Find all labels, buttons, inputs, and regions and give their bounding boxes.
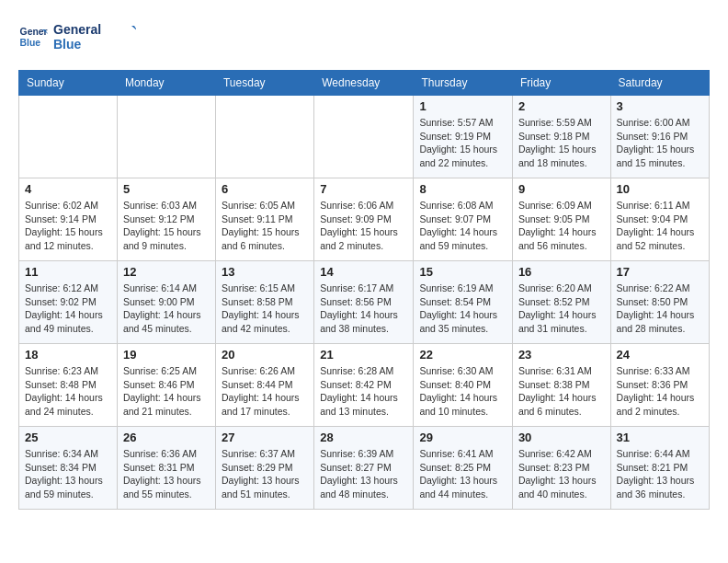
cell-content: Sunrise: 6:39 AM Sunset: 8:27 PM Dayligh… — [320, 447, 407, 501]
calendar-cell: 14 Sunrise: 6:17 AM Sunset: 8:56 PM Dayl… — [314, 261, 414, 344]
svg-text:General: General — [20, 27, 48, 37]
calendar-cell: 12 Sunrise: 6:14 AM Sunset: 9:00 PM Dayl… — [117, 261, 215, 344]
calendar-cell: 7 Sunrise: 6:06 AM Sunset: 9:09 PM Dayli… — [314, 178, 414, 261]
calendar-cell: 19 Sunrise: 6:25 AM Sunset: 8:46 PM Dayl… — [117, 344, 215, 427]
logo-svg: General Blue — [53, 18, 136, 55]
calendar-cell: 8 Sunrise: 6:08 AM Sunset: 9:07 PM Dayli… — [414, 178, 512, 261]
calendar-cell: 2 Sunrise: 5:59 AM Sunset: 9:18 PM Dayli… — [512, 96, 610, 178]
calendar-cell: 25 Sunrise: 6:34 AM Sunset: 8:34 PM Dayl… — [19, 427, 118, 510]
cell-content: Sunrise: 6:34 AM Sunset: 8:34 PM Dayligh… — [25, 447, 111, 501]
svg-marker-5 — [131, 26, 136, 31]
cell-content: Sunrise: 6:30 AM Sunset: 8:40 PM Dayligh… — [419, 364, 506, 419]
calendar-week-row: 4 Sunrise: 6:02 AM Sunset: 9:14 PM Dayli… — [19, 178, 710, 261]
day-number: 4 — [25, 182, 111, 196]
calendar-cell: 6 Sunrise: 6:05 AM Sunset: 9:11 PM Dayli… — [215, 178, 313, 261]
day-number: 2 — [518, 99, 605, 113]
day-number: 12 — [123, 265, 210, 279]
cell-content: Sunrise: 6:37 AM Sunset: 8:29 PM Dayligh… — [222, 447, 308, 501]
calendar-cell: 9 Sunrise: 6:09 AM Sunset: 9:05 PM Dayli… — [512, 178, 610, 261]
calendar-cell — [117, 96, 215, 178]
svg-text:General: General — [53, 22, 101, 37]
weekday-header: Sunday — [19, 71, 118, 96]
calendar-cell — [215, 96, 313, 178]
cell-content: Sunrise: 6:26 AM Sunset: 8:44 PM Dayligh… — [222, 364, 308, 419]
calendar-cell: 3 Sunrise: 6:00 AM Sunset: 9:16 PM Dayli… — [610, 96, 709, 178]
day-number: 14 — [320, 265, 407, 279]
day-number: 22 — [419, 348, 506, 362]
weekday-header: Saturday — [610, 71, 709, 96]
calendar-cell: 4 Sunrise: 6:02 AM Sunset: 9:14 PM Dayli… — [19, 178, 118, 261]
day-number: 31 — [617, 431, 703, 444]
calendar-cell: 16 Sunrise: 6:20 AM Sunset: 8:52 PM Dayl… — [512, 261, 610, 344]
day-number: 27 — [222, 431, 308, 444]
cell-content: Sunrise: 6:31 AM Sunset: 8:38 PM Dayligh… — [518, 364, 605, 419]
day-number: 25 — [25, 431, 111, 444]
day-number: 30 — [518, 431, 605, 444]
calendar-table: SundayMondayTuesdayWednesdayThursdayFrid… — [18, 70, 710, 510]
day-number: 13 — [222, 265, 308, 279]
calendar-cell: 20 Sunrise: 6:26 AM Sunset: 8:44 PM Dayl… — [215, 344, 313, 427]
day-number: 7 — [320, 182, 407, 196]
day-number: 5 — [123, 182, 210, 196]
cell-content: Sunrise: 6:15 AM Sunset: 8:58 PM Dayligh… — [222, 282, 308, 336]
calendar-cell: 17 Sunrise: 6:22 AM Sunset: 8:50 PM Dayl… — [610, 261, 709, 344]
calendar-cell: 13 Sunrise: 6:15 AM Sunset: 8:58 PM Dayl… — [215, 261, 313, 344]
calendar-week-row: 18 Sunrise: 6:23 AM Sunset: 8:48 PM Dayl… — [19, 344, 710, 427]
day-number: 9 — [518, 182, 605, 196]
day-number: 29 — [419, 431, 506, 444]
cell-content: Sunrise: 6:06 AM Sunset: 9:09 PM Dayligh… — [320, 199, 407, 253]
weekday-row: SundayMondayTuesdayWednesdayThursdayFrid… — [19, 71, 710, 96]
day-number: 28 — [320, 431, 407, 444]
day-number: 26 — [123, 431, 210, 444]
day-number: 19 — [123, 348, 210, 362]
calendar-cell: 26 Sunrise: 6:36 AM Sunset: 8:31 PM Dayl… — [117, 427, 215, 510]
calendar-body: 1 Sunrise: 5:57 AM Sunset: 9:19 PM Dayli… — [19, 96, 710, 510]
cell-content: Sunrise: 5:59 AM Sunset: 9:18 PM Dayligh… — [518, 116, 605, 170]
day-number: 17 — [617, 265, 703, 279]
calendar-cell: 18 Sunrise: 6:23 AM Sunset: 8:48 PM Dayl… — [19, 344, 118, 427]
cell-content: Sunrise: 6:14 AM Sunset: 9:00 PM Dayligh… — [123, 282, 210, 336]
cell-content: Sunrise: 6:33 AM Sunset: 8:36 PM Dayligh… — [617, 364, 703, 419]
cell-content: Sunrise: 6:02 AM Sunset: 9:14 PM Dayligh… — [25, 199, 111, 253]
calendar-cell: 29 Sunrise: 6:41 AM Sunset: 8:25 PM Dayl… — [414, 427, 512, 510]
cell-content: Sunrise: 6:08 AM Sunset: 9:07 PM Dayligh… — [419, 199, 506, 253]
svg-text:Blue: Blue — [20, 38, 41, 48]
calendar-cell: 30 Sunrise: 6:42 AM Sunset: 8:23 PM Dayl… — [512, 427, 610, 510]
day-number: 1 — [419, 99, 506, 113]
calendar-cell: 5 Sunrise: 6:03 AM Sunset: 9:12 PM Dayli… — [117, 178, 215, 261]
calendar-cell: 10 Sunrise: 6:11 AM Sunset: 9:04 PM Dayl… — [610, 178, 709, 261]
day-number: 23 — [518, 348, 605, 362]
cell-content: Sunrise: 6:25 AM Sunset: 8:46 PM Dayligh… — [123, 364, 210, 419]
cell-content: Sunrise: 6:12 AM Sunset: 9:02 PM Dayligh… — [25, 282, 111, 336]
calendar-cell — [314, 96, 414, 178]
day-number: 18 — [25, 348, 111, 362]
calendar-week-row: 11 Sunrise: 6:12 AM Sunset: 9:02 PM Dayl… — [19, 261, 710, 344]
cell-content: Sunrise: 5:57 AM Sunset: 9:19 PM Dayligh… — [419, 116, 506, 170]
cell-content: Sunrise: 6:41 AM Sunset: 8:25 PM Dayligh… — [419, 447, 506, 501]
day-number: 3 — [617, 99, 703, 113]
day-number: 15 — [419, 265, 506, 279]
cell-content: Sunrise: 6:20 AM Sunset: 8:52 PM Dayligh… — [518, 282, 605, 336]
cell-content: Sunrise: 6:09 AM Sunset: 9:05 PM Dayligh… — [518, 199, 605, 253]
cell-content: Sunrise: 6:28 AM Sunset: 8:42 PM Dayligh… — [320, 364, 407, 419]
cell-content: Sunrise: 6:22 AM Sunset: 8:50 PM Dayligh… — [617, 282, 703, 336]
cell-content: Sunrise: 6:19 AM Sunset: 8:54 PM Dayligh… — [419, 282, 506, 336]
day-number: 16 — [518, 265, 605, 279]
calendar-cell: 28 Sunrise: 6:39 AM Sunset: 8:27 PM Dayl… — [314, 427, 414, 510]
logo: General Blue General Blue — [18, 18, 136, 55]
cell-content: Sunrise: 6:44 AM Sunset: 8:21 PM Dayligh… — [617, 447, 703, 501]
svg-text:Blue: Blue — [53, 37, 82, 52]
day-number: 24 — [617, 348, 703, 362]
cell-content: Sunrise: 6:23 AM Sunset: 8:48 PM Dayligh… — [25, 364, 111, 419]
cell-content: Sunrise: 6:42 AM Sunset: 8:23 PM Dayligh… — [518, 447, 605, 501]
calendar-cell: 1 Sunrise: 5:57 AM Sunset: 9:19 PM Dayli… — [414, 96, 512, 178]
cell-content: Sunrise: 6:00 AM Sunset: 9:16 PM Dayligh… — [617, 116, 703, 170]
cell-content: Sunrise: 6:36 AM Sunset: 8:31 PM Dayligh… — [123, 447, 210, 501]
cell-content: Sunrise: 6:05 AM Sunset: 9:11 PM Dayligh… — [222, 199, 308, 253]
day-number: 8 — [419, 182, 506, 196]
day-number: 10 — [617, 182, 703, 196]
calendar-cell: 21 Sunrise: 6:28 AM Sunset: 8:42 PM Dayl… — [314, 344, 414, 427]
calendar-cell: 23 Sunrise: 6:31 AM Sunset: 8:38 PM Dayl… — [512, 344, 610, 427]
weekday-header: Tuesday — [215, 71, 313, 96]
day-number: 11 — [25, 265, 111, 279]
